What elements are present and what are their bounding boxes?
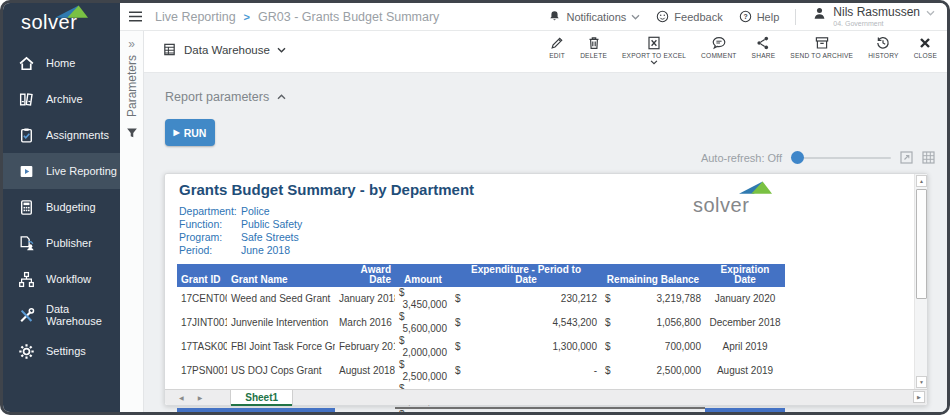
sidebar-item-assignments[interactable]: Assignments [3,117,120,153]
col-header-remaining: Remaining Balance [601,264,705,287]
sidebar-item-label: Settings [46,345,86,357]
sidebar-item-publisher[interactable]: Publisher [3,225,120,261]
auto-refresh-slider[interactable] [791,151,891,164]
hamburger-menu-icon[interactable] [129,11,142,22]
cell-expiration: August 2019 [705,359,785,383]
solver-triangle-icon [739,181,773,195]
toolbar-button-label: COMMENT [701,52,736,59]
close-button[interactable]: CLOSE [914,35,937,65]
calculator-icon [18,199,35,216]
total-fill-left [177,408,335,415]
run-button-label: RUN [184,127,207,139]
slider-knob[interactable] [791,151,804,164]
sheet-next-button[interactable]: ▶ [198,394,203,401]
history-button[interactable]: HISTORY [868,35,898,65]
sidebar-item-label: Archive [46,93,83,105]
chevron-down-icon [631,14,640,20]
sidebar-item-label: Budgeting [46,201,96,213]
solver-logo: solver [3,3,120,39]
excel-export-icon [646,35,662,51]
gear-icon [18,343,35,360]
delete-button[interactable]: DELETE [580,35,607,65]
cell-award-date: January 2018 [335,287,395,311]
home-icon [18,55,35,72]
sheet-prev-button[interactable]: ◀ [179,394,184,401]
parameters-strip-label[interactable]: Parameters [125,55,139,117]
meta-value: Safe Streets [241,231,299,243]
breadcrumb-page-title: GR03 - Grants Budget Summary [258,10,439,24]
breadcrumb-section[interactable]: Live Reporting [155,10,236,24]
sidebar-item-data-warehouse[interactable]: Data Warehouse [3,297,120,333]
cell-remaining: $1,056,800 [601,311,705,335]
meta-value: Police [241,205,270,217]
svg-text:?: ? [743,13,747,20]
popout-icon[interactable] [900,151,913,164]
chevron-down-icon[interactable] [650,60,658,65]
report-toolbar: Data Warehouse EDIT DELETE EXPORT TO EXC… [144,31,947,73]
col-header-expenditure: Expenditure - Period toDate [451,264,601,287]
sidebar-item-workflow[interactable]: Workflow [3,261,120,297]
share-icon [755,35,771,51]
col-header-grant-name: Grant Name [227,264,335,287]
table-row: 17CENT005 Weed and Seed Grant January 20… [177,287,785,311]
share-button[interactable]: SHARE [752,35,776,65]
workflow-icon [18,271,35,288]
data-warehouse-icon [162,42,177,57]
cell-amount: $3,450,000 [395,287,451,311]
report-parameters-header[interactable]: Report parameters [165,90,286,104]
sidebar-item-archive[interactable]: Archive [3,81,120,117]
sheet-tab-sheet1[interactable]: Sheet1 [230,390,293,406]
close-icon [917,35,933,51]
run-button[interactable]: ▶ RUN [165,119,215,146]
slider-track [791,157,891,159]
feedback-button[interactable]: Feedback [656,10,722,23]
auto-refresh-label: Auto-refresh: Off [701,152,782,164]
data-source-dropdown[interactable]: Data Warehouse [162,42,286,57]
send-to-archive-button[interactable]: SEND TO ARCHIVE [790,35,853,65]
cell-amount: $2,000,000 [395,335,451,359]
sidebar-item-label: Home [46,57,75,69]
sidebar-item-home[interactable]: Home [3,45,120,81]
comment-button[interactable]: COMMENT [701,35,736,65]
sidebar-item-label: Workflow [46,273,91,285]
cell-award-date: February 2017 [335,335,395,359]
sidebar-item-settings[interactable]: Settings [3,333,120,369]
notifications-button[interactable]: Notifications [548,10,640,23]
report-solver-logo: solver [693,183,777,217]
grid-view-icon[interactable] [922,151,935,164]
scroll-right-button[interactable]: ▶ [913,391,925,403]
sidebar-item-label: Live Reporting [46,165,117,177]
total-amount: $26,050,000 [395,408,451,415]
collapse-panel-icon[interactable]: » [128,37,135,51]
help-button[interactable]: ? Help [739,10,780,23]
cell-amount: $5,600,000 [395,311,451,335]
col-header-amount: Amount [395,264,451,287]
cell-expenditure: $- [451,359,601,383]
filter-icon[interactable] [126,127,138,139]
table-total-row: Total $26,050,000 $13,273,912 $12,776,08… [177,408,785,415]
sidebar-item-live-reporting[interactable]: Live Reporting [3,153,120,189]
export-to-excel-button[interactable]: EXPORT TO EXCEL [622,35,686,65]
vertical-scrollbar[interactable]: ▲ ▼ [914,174,927,389]
table-header-row: Grant ID Grant Name Award Date Amount Ex… [177,264,785,287]
cell-grant-name: US DOJ Cops Grant [227,359,335,383]
toolbar-button-label: SHARE [752,52,776,59]
main-content: Data Warehouse EDIT DELETE EXPORT TO EXC… [144,31,947,412]
edit-button[interactable]: EDIT [549,35,565,65]
help-icon: ? [739,10,752,23]
play-icon: ▶ [174,128,180,137]
meta-label: Department: [179,205,241,218]
meta-value: Public Safety [241,218,302,230]
total-expenditure: $13,273,912 [451,408,601,415]
scroll-down-button[interactable]: ▼ [916,376,927,388]
scroll-up-button[interactable]: ▲ [916,175,927,187]
cell-expenditure: $4,543,200 [451,311,601,335]
sidebar-item-budgeting[interactable]: Budgeting [3,189,120,225]
table-row: 17JINT001 Junvenile Intervention March 2… [177,311,785,335]
user-menu[interactable]: Nils Rasmussen 04. Government [812,6,935,27]
cell-grant-id: 17JINT001 [177,311,227,335]
total-fill-right [705,408,785,415]
table-row: 17TASK008 FBI Joint Task Force Grant Feb… [177,335,785,359]
cell-amount: $2,500,000 [395,359,451,383]
scrollbar-thumb[interactable] [916,189,927,299]
